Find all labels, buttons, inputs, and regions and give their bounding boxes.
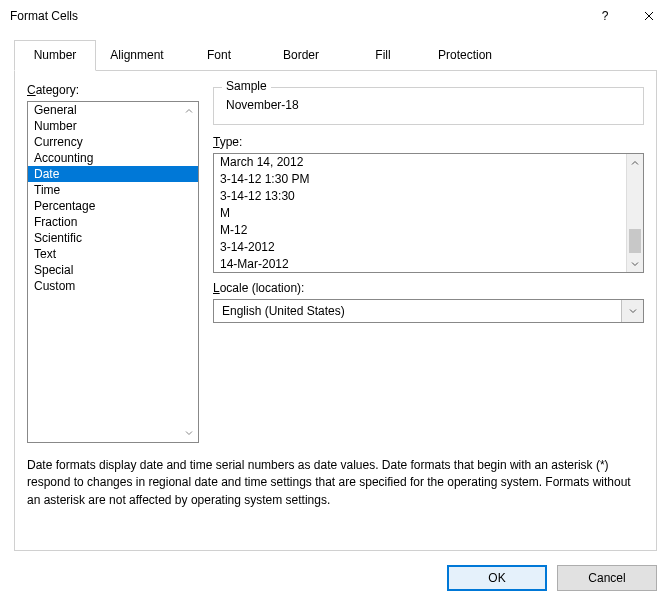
dialog-buttons: OK Cancel: [0, 551, 671, 591]
category-item[interactable]: Number: [28, 118, 198, 134]
tab-fill[interactable]: Fill: [342, 40, 424, 70]
scroll-track[interactable]: [627, 171, 643, 255]
sample-label: Sample: [222, 79, 271, 93]
type-label: Type:: [213, 135, 644, 149]
scroll-up-icon[interactable]: [181, 103, 197, 119]
tab-protection[interactable]: Protection: [424, 40, 506, 70]
window-title: Format Cells: [10, 9, 583, 23]
category-item[interactable]: Text: [28, 246, 198, 262]
type-item[interactable]: March 14, 2012: [214, 154, 626, 171]
tab-font[interactable]: Font: [178, 40, 260, 70]
scroll-down-icon[interactable]: [181, 425, 197, 441]
type-item[interactable]: 3-14-2012: [214, 239, 626, 256]
scroll-down-icon[interactable]: [627, 255, 643, 272]
locale-label: Locale (location):: [213, 281, 644, 295]
category-label: Category:: [27, 83, 199, 97]
tab-number[interactable]: Number: [14, 40, 96, 71]
category-item[interactable]: General: [28, 102, 198, 118]
close-icon: [644, 11, 654, 21]
category-item[interactable]: Time: [28, 182, 198, 198]
category-item[interactable]: Date: [28, 166, 198, 182]
tab-border[interactable]: Border: [260, 40, 342, 70]
close-button[interactable]: [627, 0, 671, 32]
tabstrip: Number Alignment Font Border Fill Protec…: [14, 40, 657, 71]
tab-alignment[interactable]: Alignment: [96, 40, 178, 70]
category-item[interactable]: Scientific: [28, 230, 198, 246]
type-list[interactable]: March 14, 20123-14-12 1:30 PM3-14-12 13:…: [213, 153, 644, 273]
category-list[interactable]: GeneralNumberCurrencyAccountingDateTimeP…: [27, 101, 199, 443]
category-item[interactable]: Accounting: [28, 150, 198, 166]
sample-group: Sample November-18: [213, 87, 644, 125]
locale-select[interactable]: English (United States): [213, 299, 644, 323]
category-item[interactable]: Custom: [28, 278, 198, 294]
type-item[interactable]: 3-14-12 13:30: [214, 188, 626, 205]
sample-value: November-18: [224, 98, 633, 112]
type-item[interactable]: M-12: [214, 222, 626, 239]
category-item[interactable]: Special: [28, 262, 198, 278]
ok-button[interactable]: OK: [447, 565, 547, 591]
type-item[interactable]: 14-Mar-2012: [214, 256, 626, 272]
category-item[interactable]: Fraction: [28, 214, 198, 230]
chevron-down-icon[interactable]: [621, 300, 643, 322]
category-item[interactable]: Percentage: [28, 198, 198, 214]
locale-value: English (United States): [214, 304, 621, 318]
tab-panel: Category: GeneralNumberCurrencyAccountin…: [14, 71, 657, 551]
description-text: Date formats display date and time seria…: [27, 457, 644, 509]
type-item[interactable]: 3-14-12 1:30 PM: [214, 171, 626, 188]
type-scrollbar[interactable]: [626, 154, 643, 272]
scroll-up-icon[interactable]: [627, 154, 643, 171]
category-item[interactable]: Currency: [28, 134, 198, 150]
cancel-button[interactable]: Cancel: [557, 565, 657, 591]
help-button[interactable]: ?: [583, 0, 627, 32]
scroll-thumb[interactable]: [629, 229, 641, 253]
type-item[interactable]: M: [214, 205, 626, 222]
titlebar: Format Cells ?: [0, 0, 671, 32]
help-icon: ?: [602, 9, 609, 23]
